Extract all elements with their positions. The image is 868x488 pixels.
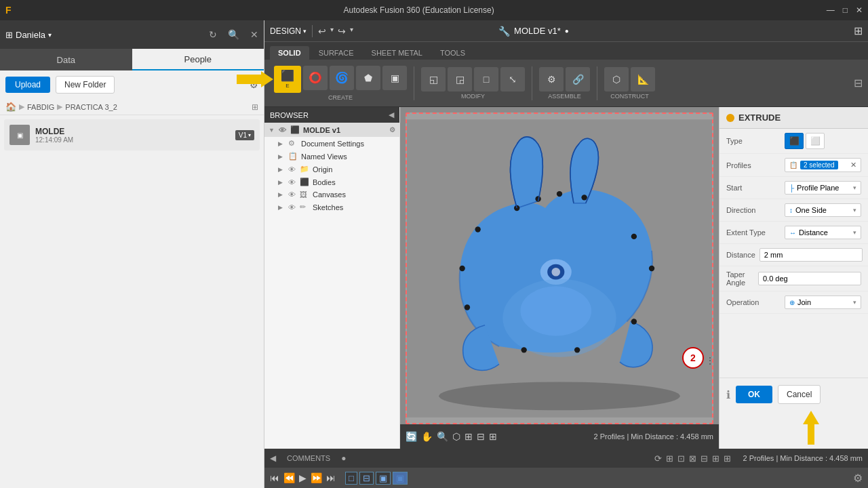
redo-chevron[interactable]: ▾: [350, 26, 353, 37]
undo-chevron[interactable]: ▾: [330, 26, 334, 37]
browser-item-origin[interactable]: ▶ 👁 📁 Origin: [264, 163, 399, 176]
browser-item-doc-settings[interactable]: ▶ ⚙ Document Settings: [264, 137, 399, 150]
extent-dropdown[interactable]: ↔ Distance ▾: [785, 226, 861, 239]
collapse-right-btn[interactable]: ●: [341, 453, 346, 463]
info-icon[interactable]: ℹ: [726, 388, 730, 401]
close-button[interactable]: ✕: [856, 5, 863, 15]
window-title: Autodesk Fusion 360 (Education License): [12, 5, 827, 15]
close-sidebar-icon[interactable]: ✕: [250, 29, 258, 40]
type-icon-1[interactable]: ⬛: [785, 133, 804, 149]
sweep-button[interactable]: 🌀: [330, 66, 354, 90]
profiles-x-button[interactable]: ✕: [850, 161, 856, 169]
chamfer-button[interactable]: ◲: [448, 67, 472, 92]
search-icon[interactable]: 🔍: [228, 29, 239, 40]
direction-dropdown[interactable]: ↕ One Side ▾: [785, 203, 861, 217]
browser-item-sketches[interactable]: ▶ 👁 ✏ Sketches: [264, 201, 399, 214]
timeline-first[interactable]: ⏮: [270, 472, 279, 483]
collapse-left-btn[interactable]: ◀: [270, 453, 276, 463]
loft-button[interactable]: ⬟: [356, 66, 380, 90]
browser-item-canvases[interactable]: ▶ 👁 🖼 Canvases: [264, 188, 399, 201]
app-grid[interactable]: ⊞: [854, 24, 863, 37]
comments-tab[interactable]: COMMENTS: [281, 454, 336, 462]
display-icon[interactable]: ⊞: [465, 431, 473, 442]
scale-button[interactable]: ⤡: [500, 67, 525, 92]
fillet-button[interactable]: ◱: [421, 67, 446, 92]
contact-button[interactable]: 🔗: [566, 67, 590, 92]
breadcrumb-practica[interactable]: PRACTICA 3_2: [65, 103, 117, 111]
nav-display[interactable]: ⊞: [712, 453, 719, 464]
param-extent-label: Extent Type: [726, 228, 781, 237]
orbit-icon[interactable]: 🔄: [406, 431, 417, 442]
pan-icon[interactable]: ✋: [421, 431, 433, 442]
timeline-settings-icon[interactable]: ⚙: [853, 472, 863, 485]
operation-dropdown[interactable]: ⊕ Join ▾: [785, 296, 861, 309]
redo-icon[interactable]: ↪: [338, 26, 346, 37]
joint-button[interactable]: ⚙: [539, 67, 564, 92]
grid-icon[interactable]: ⊟: [477, 431, 485, 442]
timeline-play[interactable]: ▶: [299, 472, 307, 483]
tab-sheet-metal[interactable]: SHEET METAL: [363, 46, 431, 60]
viewport-canvas[interactable]: 2 ⋮: [406, 113, 713, 424]
minimize-button[interactable]: —: [827, 5, 835, 15]
svg-point-18: [475, 226, 480, 232]
plane-button[interactable]: ⬡: [604, 67, 629, 92]
browser-item-named-views[interactable]: ▶ 📋 Named Views: [264, 150, 399, 163]
browser-molde-label: MOLDE v1: [303, 126, 340, 134]
maximize-button[interactable]: □: [843, 5, 848, 15]
collapse-btn[interactable]: ⊟: [854, 77, 863, 89]
nav-pan[interactable]: ⊞: [666, 453, 673, 464]
param-distance: Distance: [719, 244, 868, 266]
timeline-next[interactable]: ⏩: [311, 472, 322, 483]
box-button[interactable]: ▣: [382, 66, 407, 90]
nav-fit[interactable]: ⊠: [689, 453, 696, 464]
new-folder-button[interactable]: New Folder: [56, 76, 115, 94]
type-icon-2[interactable]: ⬜: [806, 133, 825, 149]
nav-orbit[interactable]: ⟳: [654, 453, 662, 464]
design-button[interactable]: DESIGN ▾: [270, 26, 307, 36]
nav-more[interactable]: ⊞: [724, 453, 731, 464]
start-value: Profile Plane: [797, 184, 853, 192]
start-dropdown[interactable]: ├ Profile Plane ▾: [785, 181, 861, 195]
revolve-button[interactable]: ⭕: [303, 66, 328, 90]
timeline-shape2[interactable]: ⊟: [359, 472, 374, 485]
timeline-prev[interactable]: ⏪: [283, 472, 295, 483]
nav-grid[interactable]: ⊟: [701, 453, 708, 464]
undo-icon[interactable]: ↩: [318, 26, 326, 37]
timeline-last[interactable]: ⏭: [326, 472, 336, 483]
tab-surface[interactable]: SURFACE: [311, 46, 362, 60]
browser-item-molde[interactable]: ▼ 👁 ⬛ MOLDE v1 ⚙: [264, 123, 399, 137]
user-area[interactable]: ⊞ Daniela ▾: [5, 30, 52, 40]
molde-settings-icon[interactable]: ⚙: [389, 126, 395, 134]
extrude-button[interactable]: ⬛ E: [274, 66, 301, 93]
axis-button[interactable]: 📐: [631, 67, 655, 92]
param-taper-label: Taper Angle: [726, 270, 754, 287]
browser-item-bodies[interactable]: ▶ 👁 ⬛ Bodies: [264, 176, 399, 188]
tab-people[interactable]: People: [132, 49, 264, 70]
browser-collapse-icon[interactable]: ◀: [389, 110, 394, 119]
tab-solid[interactable]: SOLID: [270, 46, 309, 60]
file-item[interactable]: ▣ MOLDE 12:14:09 AM V1 ▾: [4, 119, 260, 150]
window-controls: — □ ✕: [827, 5, 863, 15]
nav-zoom[interactable]: ⊡: [677, 453, 685, 464]
timeline-shape3[interactable]: ▣: [376, 472, 391, 485]
upload-button[interactable]: Upload: [5, 77, 50, 93]
taper-input[interactable]: [758, 272, 861, 285]
tab-data[interactable]: Data: [0, 49, 132, 70]
timeline-shape4[interactable]: ▣: [393, 472, 408, 485]
breadcrumb-settings-icon[interactable]: ⊞: [252, 102, 258, 112]
distance-input[interactable]: [760, 248, 863, 262]
refresh-icon[interactable]: ↻: [209, 29, 217, 40]
view-cube-icon[interactable]: ⬡: [452, 431, 460, 442]
zoom-icon[interactable]: 🔍: [437, 431, 448, 442]
number-badge: 2: [682, 347, 704, 369]
shell-button[interactable]: □: [474, 67, 498, 92]
timeline-shape1[interactable]: □: [345, 472, 357, 485]
inspect-icon[interactable]: ⊞: [489, 431, 497, 442]
ok-button[interactable]: OK: [736, 386, 772, 403]
tab-tools[interactable]: TOOLS: [432, 46, 473, 60]
badge-menu[interactable]: ⋮: [705, 355, 713, 366]
version-badge[interactable]: V1 ▾: [235, 130, 254, 140]
home-icon[interactable]: 🏠: [5, 102, 16, 112]
cancel-button[interactable]: Cancel: [778, 385, 821, 404]
breadcrumb-fabdig[interactable]: FABDIG: [27, 103, 54, 111]
